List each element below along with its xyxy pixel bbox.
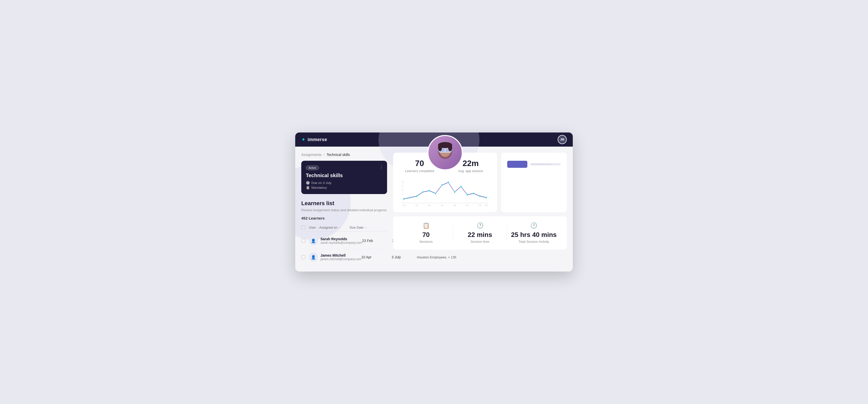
select-all-checkbox[interactable]: [301, 225, 305, 229]
session-time-label: Session time: [453, 240, 507, 244]
svg-point-19: [423, 191, 424, 193]
card-menu-button[interactable]: ⋮: [379, 164, 383, 170]
sessions-icon: 📋: [399, 222, 453, 229]
clock-icon: 🕐: [306, 181, 310, 185]
chart-svg: 0 2 4 6 8 10 17 Apr 17 Apr 17 Apr 17 Apr…: [399, 177, 491, 207]
stats-chart-card: 70 Learners completed 22m Avg. app sessi…: [393, 153, 497, 212]
session-time-stat: 🕐 22 mins Session time: [453, 222, 507, 244]
table-row: 👤 James Mitchell james.mitchell@company.…: [301, 249, 387, 266]
progress-bar-fill: [530, 163, 552, 165]
progress-bar-container: [530, 163, 561, 165]
svg-text:0: 0: [402, 201, 403, 204]
due-date-row: 🕐 Due on 3 July: [306, 181, 382, 185]
progress-filled-block: [507, 161, 527, 168]
learners-count: 452 Learners: [301, 216, 387, 220]
learners-completed-label: Learners completed: [399, 169, 440, 173]
assigned-on-column-header: Assigned on ↑↓: [319, 226, 349, 229]
table-header: User ↑↓ Assigned on ↑↓ Due Date ↑↓: [301, 223, 387, 231]
sessions-value: 70: [399, 231, 453, 239]
due-date-sort-icon[interactable]: ↑↓: [364, 226, 367, 229]
left-column: Assignments › Technical skills ⋮ Active …: [301, 153, 387, 266]
learners-section: Learners list Review Assignment status a…: [301, 200, 387, 266]
breadcrumb: Assignments › Technical skills: [301, 153, 387, 157]
due-date-text: Due on 3 July: [311, 181, 332, 185]
svg-point-16: [403, 198, 404, 200]
svg-text:17 Apr: 17 Apr: [466, 204, 469, 206]
svg-text:4: 4: [402, 193, 403, 195]
session-time-icon: 🕐: [453, 222, 507, 229]
svg-point-21: [435, 192, 436, 194]
user-details-1: Sarah Reynolds sarah.reynolds@company.co…: [320, 237, 362, 245]
svg-point-24: [454, 191, 455, 193]
svg-point-20: [429, 189, 430, 192]
user-name-2: James Mitchell: [320, 253, 361, 257]
breadcrumb-parent[interactable]: Assignments: [301, 153, 321, 157]
user-email-2: james.mitchell@company.com: [320, 257, 361, 261]
row-checkbox-1[interactable]: [301, 239, 305, 243]
app-window: ✦ immerse JM Assignments › Technical ski…: [295, 132, 573, 272]
user-column-header: User ↑↓: [309, 226, 319, 229]
user-name-1: Sarah Reynolds: [320, 237, 362, 241]
svg-text:17 Apr: 17 Apr: [440, 204, 443, 206]
total-activity-stat: 🕐 25 hrs 40 mins Total Session Activity: [507, 222, 561, 244]
vr-person-svg: [433, 140, 458, 165]
user-info-1: 👤 Sarah Reynolds sarah.reynolds@company.…: [309, 236, 362, 245]
due-date-column-header: Due Date ↑↓: [349, 226, 375, 229]
svg-text:6: 6: [402, 189, 403, 191]
main-content: Assignments › Technical skills ⋮ Active …: [295, 147, 573, 272]
svg-point-17: [409, 196, 411, 198]
svg-point-27: [473, 192, 474, 194]
avg-session-label: Avg. app session: [451, 169, 491, 173]
svg-text:17 Apr: 17 Apr: [415, 204, 418, 206]
user-info-2: 👤 James Mitchell james.mitchell@company.…: [309, 253, 361, 262]
learners-description: Review Assignment status and detailed in…: [301, 208, 387, 212]
right-column: 70 Learners completed 22m Avg. app sessi…: [393, 153, 567, 266]
logo-icon: ✦: [301, 136, 306, 143]
svg-text:8: 8: [402, 185, 403, 187]
user-avatar[interactable]: JM: [558, 135, 567, 144]
breadcrumb-separator: ›: [323, 153, 324, 156]
sessions-stat: 📋 70 Sessions: [399, 222, 453, 244]
session-stats-card: 📋 70 Sessions 🕐 22 mins Session time 🕐 2…: [393, 216, 567, 250]
sessions-label: Sessions: [399, 240, 453, 244]
total-activity-value: 25 hrs 40 mins: [507, 231, 561, 239]
svg-text:17 Apr: 17 Apr: [479, 204, 482, 206]
total-activity-icon: 🕐: [507, 222, 561, 229]
session-time-value: 22 mins: [453, 231, 507, 239]
breadcrumb-current: Technical skills: [327, 153, 350, 157]
user-avatar-small-1: 👤: [309, 236, 318, 245]
svg-text:2: 2: [402, 197, 403, 199]
total-activity-label: Total Session Activity: [507, 240, 561, 244]
svg-text:17 Apr: 17 Apr: [428, 204, 431, 206]
progress-area: [507, 161, 561, 168]
assignment-card: ⋮ Active Technical skills 🕐 Due on 3 Jul…: [301, 161, 387, 194]
svg-point-18: [416, 195, 417, 197]
user-email-1: sarah.reynolds@company.com: [320, 241, 362, 245]
vr-person-image: [428, 135, 463, 170]
svg-point-8: [438, 144, 442, 151]
learners-table: User ↑↓ Assigned on ↑↓ Due Date ↑↓: [301, 223, 387, 266]
svg-point-28: [479, 195, 481, 197]
user-details-2: James Mitchell james.mitchell@company.co…: [320, 253, 361, 261]
user-avatar-small-2: 👤: [309, 253, 318, 262]
card-meta: 🕐 Due on 3 July 📋 Mandatory: [306, 181, 382, 189]
chart-area: 0 2 4 6 8 10 17 Apr 17 Apr 17 Apr 17 Apr…: [399, 177, 491, 207]
svg-point-9: [448, 144, 452, 151]
assigned-date-2: 10 Apr: [361, 255, 392, 259]
type-row: 📋 Mandatory: [306, 186, 382, 189]
row-checkbox-2[interactable]: [301, 255, 305, 259]
learners-title: Learners list: [301, 200, 387, 207]
assigned-sort-icon[interactable]: ↑↓: [338, 226, 341, 229]
svg-text:10: 10: [402, 180, 403, 183]
assignment-type: Mandatory: [311, 186, 327, 189]
svg-point-29: [486, 196, 487, 198]
svg-text:17 Apr: 17 Apr: [485, 204, 488, 206]
svg-point-23: [447, 181, 449, 183]
top-row: 70 Learners completed 22m Avg. app sessi…: [393, 153, 567, 212]
filter-card: [501, 153, 567, 212]
svg-point-26: [467, 194, 468, 196]
status-badge: Active: [306, 165, 319, 170]
user-sort-icon[interactable]: ↑↓: [317, 226, 319, 229]
svg-text:17 Apr: 17 Apr: [453, 204, 456, 206]
assigned-date-1: 23 Feb: [362, 239, 392, 243]
